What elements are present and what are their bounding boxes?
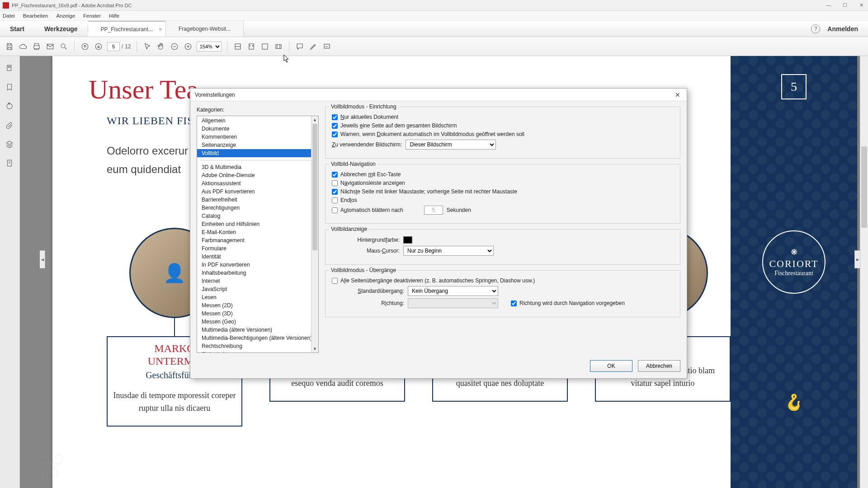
- svg-rect-7: [249, 44, 254, 49]
- category-item[interactable]: Allgemein: [197, 117, 318, 125]
- cb-esc[interactable]: Abbrechen mit Esc-Taste: [332, 171, 401, 178]
- category-item[interactable]: Rechtschreibung: [197, 342, 318, 350]
- cancel-button[interactable]: Abbrechen: [638, 360, 680, 372]
- page-number-input[interactable]: [107, 42, 120, 51]
- category-item[interactable]: In PDF konvertieren: [197, 261, 318, 269]
- menu-anzeige[interactable]: Anzeige: [56, 13, 75, 19]
- tab-werkzeuge[interactable]: Werkzeuge: [34, 25, 88, 33]
- search-icon[interactable]: [59, 42, 69, 52]
- close-icon[interactable]: ✕: [673, 91, 682, 99]
- interval-input[interactable]: [424, 206, 443, 215]
- page-icon[interactable]: [5, 159, 14, 168]
- cb-loop[interactable]: Endlos: [332, 197, 357, 203]
- category-item[interactable]: Multimedia-Berechtigungen (ältere Versio…: [197, 334, 318, 342]
- cb-mouseclick[interactable]: Nächste Seite mit linker Maustaste; vorh…: [332, 188, 517, 195]
- category-item[interactable]: Kommentieren: [197, 133, 318, 141]
- expand-right-handle[interactable]: ▶: [854, 250, 860, 268]
- vertical-scrollbar[interactable]: [860, 56, 868, 488]
- attachments-icon[interactable]: [5, 121, 14, 130]
- layers-icon[interactable]: [5, 140, 14, 149]
- category-item[interactable]: Dokumente: [197, 125, 318, 133]
- select-tool-icon[interactable]: [142, 42, 152, 52]
- bookmarks-icon[interactable]: [5, 83, 14, 92]
- page-down-icon[interactable]: [94, 42, 104, 52]
- window-close[interactable]: ✕: [857, 2, 865, 8]
- cb-warn[interactable]: Warnen, wenn Dokument automatisch im Vol…: [332, 131, 524, 137]
- read-mode-icon[interactable]: [274, 42, 283, 52]
- window-maximize[interactable]: ☐: [841, 2, 849, 8]
- category-item[interactable]: Berechtigungen: [197, 204, 318, 212]
- zoom-select[interactable]: 154%: [197, 42, 222, 52]
- sign-in-link[interactable]: Anmelden: [827, 25, 858, 33]
- category-item[interactable]: Multimedia (ältere Versionen): [197, 326, 318, 334]
- doc-tab-active[interactable]: PP_Fischrestaurant... ×: [88, 21, 166, 37]
- dialog-titlebar[interactable]: Voreinstellungen ✕: [190, 89, 687, 101]
- group-display: Vollbildanzeige Hintergrundfarbe: Maus-C…: [325, 229, 680, 265]
- category-item[interactable]: Aktionsassistent: [197, 179, 318, 188]
- highlight-icon[interactable]: [308, 42, 318, 52]
- screen-select[interactable]: Dieser Bildschirm: [406, 140, 496, 150]
- menu-hilfe[interactable]: Hilfe: [109, 13, 119, 19]
- cb-dir-nav[interactable]: Richtung wird durch Navigation vorgegebe…: [511, 300, 625, 306]
- category-item[interactable]: Adobe Online-Dienste: [197, 171, 318, 179]
- category-item[interactable]: Formulare: [197, 244, 318, 253]
- preferences-dialog: Voreinstellungen ✕ Kategorien: Allgemein…: [190, 88, 687, 379]
- menu-bearbeiten[interactable]: Bearbeiten: [23, 13, 48, 19]
- fit-width-icon[interactable]: [233, 42, 243, 52]
- category-item[interactable]: Lesen: [197, 293, 318, 301]
- category-item[interactable]: Identität: [197, 253, 318, 261]
- cb-one-page[interactable]: Jeweils eine Seite auf dem gesamten Bild…: [332, 122, 457, 129]
- category-item[interactable]: Messen (Geo): [197, 318, 318, 326]
- tab-start[interactable]: Start: [0, 25, 34, 33]
- cursor-select[interactable]: Nur zu Beginn: [403, 246, 494, 256]
- category-item[interactable]: Einheiten und Hilfslinien: [197, 220, 318, 228]
- category-item[interactable]: E-Mail-Konten: [197, 228, 318, 236]
- window-minimize[interactable]: —: [825, 2, 833, 8]
- category-item[interactable]: Sicherheit: [197, 350, 318, 353]
- ok-button[interactable]: OK: [590, 360, 632, 372]
- close-icon[interactable]: ×: [159, 26, 162, 33]
- fullscreen-icon[interactable]: [260, 42, 270, 52]
- save-icon[interactable]: [5, 42, 14, 52]
- list-scrollbar[interactable]: ▲ ▼: [311, 116, 318, 352]
- sign-icon[interactable]: [322, 42, 332, 52]
- page-total: 12: [125, 43, 131, 50]
- fit-page-icon[interactable]: [246, 42, 256, 52]
- expand-left-handle[interactable]: ◀: [40, 250, 45, 268]
- category-item[interactable]: Seitenanzeige: [197, 141, 318, 149]
- doc-tab-2-label: Fragebogen-Websit...: [179, 26, 231, 32]
- print-icon[interactable]: [32, 42, 42, 52]
- thumbnails-icon[interactable]: [5, 64, 14, 73]
- category-item[interactable]: JavaScript: [197, 285, 318, 293]
- trans-select[interactable]: Kein Übergang: [408, 286, 498, 296]
- cb-disable-trans[interactable]: Alle Seitenübergänge deaktivieren (z. B.…: [332, 277, 535, 284]
- category-item[interactable]: 3D & Multimedia: [197, 163, 318, 171]
- category-item[interactable]: Farbmanagement: [197, 236, 318, 244]
- doc-tab-2[interactable]: Fragebogen-Websit...: [166, 21, 244, 37]
- category-item[interactable]: Barrierefreiheit: [197, 196, 318, 204]
- categories-list[interactable]: AllgemeinDokumenteKommentierenSeitenanze…: [197, 116, 319, 353]
- category-item[interactable]: Vollbild: [197, 149, 318, 157]
- category-item[interactable]: Catalog: [197, 212, 318, 220]
- category-item[interactable]: Messen (2D): [197, 301, 318, 310]
- menu-fenster[interactable]: Fenster: [83, 13, 101, 19]
- cb-navbar[interactable]: Navigationsleiste anzeigen: [332, 180, 405, 186]
- rotate-icon[interactable]: [5, 102, 14, 111]
- zoom-in-icon[interactable]: [183, 42, 193, 52]
- category-item[interactable]: Inhaltsbearbeitung: [197, 269, 318, 277]
- category-item[interactable]: Messen (3D): [197, 310, 318, 318]
- svg-rect-8: [262, 44, 268, 49]
- cb-autoflip[interactable]: Automatisch blättern nach: [332, 207, 403, 213]
- cb-current-doc[interactable]: Nur aktuelles Dokument: [332, 114, 398, 120]
- cloud-icon[interactable]: [18, 42, 28, 52]
- category-item[interactable]: Aus PDF konvertieren: [197, 188, 318, 196]
- help-icon[interactable]: ?: [811, 24, 820, 33]
- page-up-icon[interactable]: [80, 42, 90, 52]
- mail-icon[interactable]: [45, 42, 55, 52]
- category-item[interactable]: Internet: [197, 277, 318, 285]
- menu-datei[interactable]: Datei: [3, 13, 15, 19]
- bgcolor-swatch[interactable]: [403, 236, 412, 244]
- hand-tool-icon[interactable]: [156, 42, 166, 52]
- comment-icon[interactable]: [295, 42, 305, 52]
- zoom-out-icon[interactable]: [170, 42, 179, 52]
